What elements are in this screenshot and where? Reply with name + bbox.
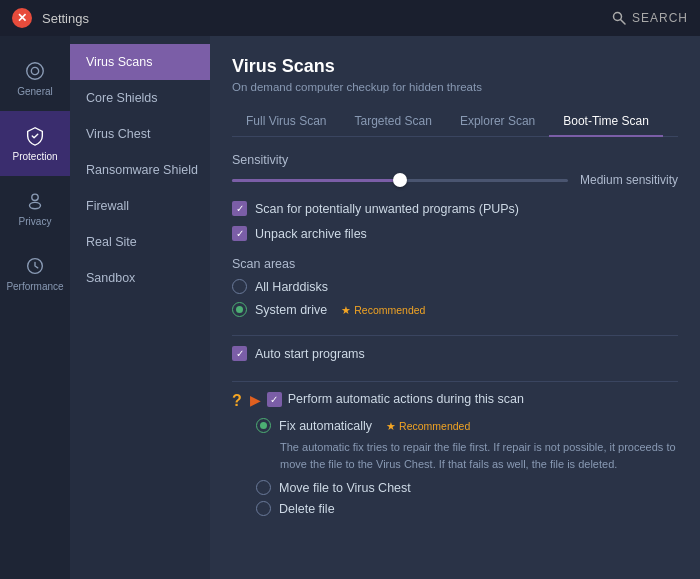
checkbox-autostart-row: ✓ Auto start programs [232, 346, 678, 361]
star-icon-fix: ★ [386, 420, 396, 432]
checkbox-perform-actions[interactable]: ✓ [267, 392, 282, 407]
svg-point-3 [31, 67, 38, 74]
checkbox-pups[interactable]: ✓ [232, 201, 247, 216]
question-mark-icon[interactable]: ? [232, 392, 242, 410]
checkbox-autostart-label: Auto start programs [255, 347, 365, 361]
sub-options-block: Fix automatically ★ Recommended The auto… [256, 418, 678, 522]
slider-fill [232, 179, 400, 182]
sidebar-performance-label: Performance [6, 281, 63, 292]
radio-dot [236, 306, 243, 313]
checkbox-autostart[interactable]: ✓ [232, 346, 247, 361]
protection-icon [24, 125, 46, 147]
tab-targeted-scan[interactable]: Targeted Scan [340, 107, 445, 137]
tab-full-virus-scan[interactable]: Full Virus Scan [232, 107, 340, 137]
sidebar-general-label: General [17, 86, 53, 97]
move-to-chest-label: Move file to Virus Chest [279, 481, 411, 495]
radio-fix-auto[interactable] [256, 418, 271, 433]
close-button[interactable]: ✕ [12, 8, 32, 28]
checkmark-pups: ✓ [236, 203, 244, 214]
divider-1 [232, 335, 678, 336]
perform-actions-label: Perform automatic actions during this sc… [288, 392, 524, 406]
tabs: Full Virus Scan Targeted Scan Explorer S… [232, 107, 678, 137]
radio-dot-fix [260, 422, 267, 429]
nav-real-site[interactable]: Real Site [70, 224, 210, 260]
svg-point-5 [30, 202, 41, 208]
tab-boot-time-scan[interactable]: Boot-Time Scan [549, 107, 663, 137]
checkmark-unpack: ✓ [236, 228, 244, 239]
privacy-icon [24, 190, 46, 212]
slider-thumb[interactable] [393, 173, 407, 187]
radio-all-harddisks-label: All Harddisks [255, 280, 328, 294]
nav-sandbox[interactable]: Sandbox [70, 260, 210, 296]
radio-system-drive-row: System drive ★ Recommended [232, 302, 678, 317]
general-icon [24, 60, 46, 82]
checkbox-pups-label: Scan for potentially unwanted programs (… [255, 202, 519, 216]
divider-2 [232, 381, 678, 382]
checkbox-pups-row: ✓ Scan for potentially unwanted programs… [232, 201, 678, 216]
svg-point-2 [27, 63, 44, 80]
perform-actions-row: ? ▶ ✓ Perform automatic actions during t… [232, 392, 678, 410]
sidebar-item-general[interactable]: General [0, 46, 70, 111]
scan-areas-title: Scan areas [232, 257, 678, 271]
delete-file-label: Delete file [279, 502, 335, 516]
tab-explorer-scan[interactable]: Explorer Scan [446, 107, 549, 137]
sidebar-nav: Virus Scans Core Shields Virus Chest Ran… [70, 36, 210, 579]
recommended-badge-system-drive: ★ Recommended [341, 304, 425, 316]
nav-ransomware-shield[interactable]: Ransomware Shield [70, 152, 210, 188]
checkbox-unpack-label: Unpack archive files [255, 227, 367, 241]
arrow-right-icon: ▶ [250, 392, 261, 408]
checkbox-unpack[interactable]: ✓ [232, 226, 247, 241]
nav-virus-scans[interactable]: Virus Scans [70, 44, 210, 80]
sidebar-item-protection[interactable]: Protection [0, 111, 70, 176]
radio-system-drive[interactable] [232, 302, 247, 317]
radio-all-harddisks[interactable] [232, 279, 247, 294]
checkmark-autostart: ✓ [236, 348, 244, 359]
sensitivity-slider-row: Medium sensitivity [232, 173, 678, 187]
page-subtitle: On demand computer checkup for hidden th… [232, 81, 678, 93]
radio-all-harddisks-row: All Harddisks [232, 279, 678, 294]
recommended-text: Recommended [354, 304, 425, 316]
radio-delete-file[interactable] [256, 501, 271, 516]
slider-value-label: Medium sensitivity [580, 173, 678, 187]
slider-track[interactable] [232, 179, 568, 182]
sidebar-protection-label: Protection [12, 151, 57, 162]
recommended-badge-fix: ★ Recommended [386, 420, 470, 432]
svg-line-1 [620, 20, 625, 25]
checkmark-perform-actions: ✓ [270, 394, 278, 405]
fix-auto-label: Fix automatically [279, 419, 372, 433]
checkbox-unpack-row: ✓ Unpack archive files [232, 226, 678, 241]
move-to-chest-row: Move file to Virus Chest [256, 480, 678, 495]
sidebar-item-privacy[interactable]: Privacy [0, 176, 70, 241]
nav-core-shields[interactable]: Core Shields [70, 80, 210, 116]
sidebar-privacy-label: Privacy [19, 216, 52, 227]
main-content: Virus Scans On demand computer checkup f… [210, 36, 700, 579]
search-button[interactable]: SEARCH [612, 11, 688, 25]
sensitivity-label: Sensitivity [232, 153, 678, 167]
search-icon [612, 11, 626, 25]
performance-icon [24, 255, 46, 277]
recommended-text-fix: Recommended [399, 420, 470, 432]
svg-point-4 [32, 194, 38, 200]
star-icon: ★ [341, 304, 351, 316]
sidebar-icons: General Protection Privacy Performance [0, 36, 70, 579]
title-bar: ✕ Settings SEARCH [0, 0, 700, 36]
delete-file-row: Delete file [256, 501, 678, 516]
nav-firewall[interactable]: Firewall [70, 188, 210, 224]
fix-auto-desc: The automatic fix tries to repair the fi… [280, 439, 678, 472]
radio-system-drive-label: System drive [255, 303, 327, 317]
sidebar-item-performance[interactable]: Performance [0, 241, 70, 306]
app-body: General Protection Privacy Performance [0, 36, 700, 579]
nav-virus-chest[interactable]: Virus Chest [70, 116, 210, 152]
fix-auto-row: Fix automatically ★ Recommended [256, 418, 678, 433]
page-title: Virus Scans [232, 56, 678, 77]
search-label: SEARCH [632, 11, 688, 25]
title-bar-title: Settings [32, 11, 612, 26]
radio-move-chest[interactable] [256, 480, 271, 495]
